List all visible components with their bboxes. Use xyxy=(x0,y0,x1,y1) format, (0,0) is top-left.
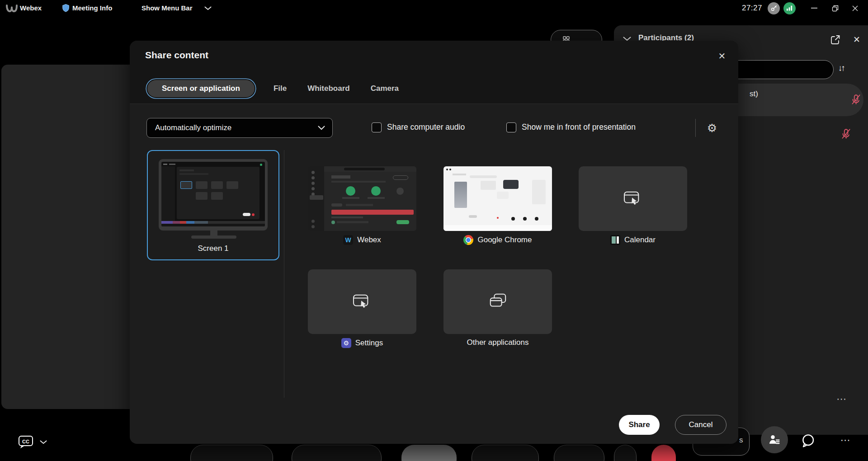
tab-screen-or-application[interactable]: Screen or application xyxy=(146,79,255,98)
tab-whiteboard[interactable]: Whiteboard xyxy=(305,84,353,93)
close-dialog-button[interactable]: ✕ xyxy=(715,49,729,63)
screen-1-label: Screen 1 xyxy=(148,244,278,253)
control-pill-fragment[interactable] xyxy=(554,445,604,461)
show-menu-bar-button[interactable]: Show Menu Bar xyxy=(142,4,193,12)
shield-icon xyxy=(62,4,70,13)
cancel-button[interactable]: Cancel xyxy=(675,415,726,435)
settings-label-row: ⚙ Settings xyxy=(308,338,416,348)
screen1-thumbnail-preview xyxy=(161,162,265,226)
webex-app-icon: W xyxy=(343,235,353,245)
monitor-frame xyxy=(159,159,268,230)
show-me-label: Show me in front of presentation xyxy=(522,122,636,132)
lock-key-icon[interactable] xyxy=(768,2,780,14)
app-label: Calendar xyxy=(624,235,656,245)
participant-name-fragment: st) xyxy=(750,89,758,99)
app-label: Google Chrome xyxy=(477,235,532,245)
app-name: Webex xyxy=(20,4,42,12)
share-window-icon xyxy=(352,293,373,310)
mic-muted-icon xyxy=(850,94,862,105)
settings-app-icon: ⚙ xyxy=(341,338,351,348)
chevron-down-icon xyxy=(40,440,47,444)
control-pill-fragment[interactable] xyxy=(614,445,637,461)
screen-1-card[interactable]: Screen 1 xyxy=(147,150,279,260)
cc-icon: CC xyxy=(18,435,33,449)
share-window-icon xyxy=(623,190,643,207)
chevron-down-icon xyxy=(318,126,325,130)
google-chrome-app-card[interactable] xyxy=(443,166,552,231)
divider xyxy=(695,119,696,137)
control-pill-fragment[interactable] xyxy=(472,445,539,461)
participants-more-options[interactable]: ⋯ xyxy=(836,393,847,405)
webex-label-row: W Webex xyxy=(308,235,416,245)
close-window-button[interactable] xyxy=(848,1,862,15)
meeting-info-button[interactable]: Meeting Info xyxy=(72,4,112,12)
apps-button-text-fragment: s xyxy=(739,436,743,445)
chat-button[interactable] xyxy=(799,432,816,449)
mic-muted-icon xyxy=(840,128,852,140)
app-label: Settings xyxy=(355,339,383,348)
restore-button[interactable] xyxy=(828,1,842,15)
settings-app-card[interactable] xyxy=(308,269,416,334)
calendar-label-row: Calendar xyxy=(579,235,687,245)
participants-icon xyxy=(768,433,781,446)
calendar-app-icon xyxy=(610,235,620,245)
sort-participants-icon[interactable]: ↓↑ xyxy=(838,63,844,73)
more-options-button[interactable]: ⋯ xyxy=(836,431,854,449)
webex-logo-icon xyxy=(5,4,19,13)
popout-panel-icon[interactable] xyxy=(830,34,842,46)
close-panel-icon[interactable]: ✕ xyxy=(851,33,863,45)
webex-window: Webex Meeting Info Show Menu Bar 27:27 xyxy=(0,0,868,461)
control-pill-fragment[interactable] xyxy=(401,445,457,461)
monitor-stand-base xyxy=(191,235,236,239)
share-settings-gear-icon[interactable]: ⚙ xyxy=(703,119,721,137)
chrome-thumbnail-preview xyxy=(443,166,552,231)
monitor-stand xyxy=(210,230,217,235)
app-label: Webex xyxy=(357,235,381,245)
share-button[interactable]: Share xyxy=(619,415,660,435)
show-me-checkbox[interactable] xyxy=(506,122,516,132)
optimize-dropdown-value: Automatically optimize xyxy=(155,123,231,132)
minimize-button[interactable] xyxy=(807,1,821,15)
share-content-dialog: Share content ✕ Screen or application Fi… xyxy=(130,41,738,444)
other-applications-card[interactable] xyxy=(443,269,552,334)
tab-camera[interactable]: Camera xyxy=(368,84,401,93)
share-audio-label: Share computer audio xyxy=(387,122,465,132)
webex-thumbnail-preview xyxy=(308,166,416,231)
divider xyxy=(284,150,284,398)
cc-label: CC xyxy=(22,439,29,444)
webex-app-card[interactable] xyxy=(308,166,416,231)
participants-toggle-button[interactable] xyxy=(761,426,788,453)
app-label: Other applications xyxy=(467,338,528,347)
title-bar: Webex Meeting Info Show Menu Bar 27:27 xyxy=(0,0,868,16)
dialog-controls-row: Automatically optimize Share computer au… xyxy=(130,118,738,138)
control-pill-fragment[interactable] xyxy=(292,445,382,461)
connection-quality-icon[interactable] xyxy=(783,2,796,14)
calendar-app-card[interactable] xyxy=(579,166,687,231)
tab-file[interactable]: File xyxy=(271,84,289,93)
share-audio-checkbox[interactable] xyxy=(372,122,382,132)
meeting-timer: 27:27 xyxy=(742,4,762,13)
chat-icon xyxy=(801,433,815,448)
control-pill-fragment[interactable] xyxy=(190,445,273,461)
dialog-title: Share content xyxy=(145,50,208,61)
closed-captions-button[interactable]: CC xyxy=(18,430,60,454)
chrome-app-icon xyxy=(463,235,473,245)
chevron-down-icon[interactable] xyxy=(204,6,212,10)
chrome-label-row: Google Chrome xyxy=(443,235,552,245)
optimize-dropdown[interactable]: Automatically optimize xyxy=(146,118,333,138)
stacked-windows-icon xyxy=(487,292,508,311)
other-applications-label-row: Other applications xyxy=(443,338,552,347)
leave-meeting-button-fragment[interactable] xyxy=(651,445,676,461)
dialog-tabs: Screen or application File Whiteboard Ca… xyxy=(146,79,401,99)
